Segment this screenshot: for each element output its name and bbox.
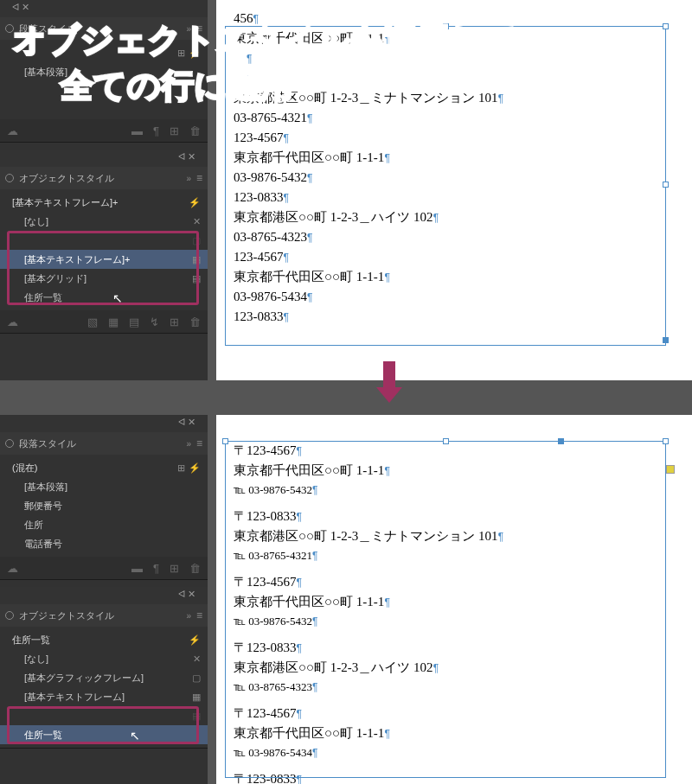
addr-line: 東京都港区○○町 1-2-3＿ハイツ 102¶	[234, 658, 675, 678]
frame-handle[interactable]	[663, 337, 669, 343]
doc-line: 東京都港区○○町 1-2-3＿ハイツ 102¶	[234, 207, 675, 227]
style-item[interactable]: [基本段落]	[0, 477, 208, 496]
addr-line: 東京都千代田区○○町 1-1-1¶	[234, 723, 675, 743]
doc-line: 東京都千代田区○○町 1-1-1¶	[234, 148, 675, 168]
panel-collapse-bar[interactable]: ᐊ ✕	[0, 150, 208, 167]
doc-line: 東京都千代田区○○町 1-1-1¶	[234, 267, 675, 287]
frame-handle[interactable]	[558, 438, 564, 444]
chevron-icon: »	[186, 611, 191, 621]
para-icon[interactable]: ¶	[153, 562, 159, 575]
frame-handle[interactable]	[663, 182, 669, 188]
frame-handle-yellow[interactable]	[666, 465, 675, 474]
zip-line: 〒123-0833¶	[234, 507, 675, 526]
new-icon[interactable]: ⊞	[170, 562, 179, 575]
i1[interactable]: ▧	[87, 316, 98, 328]
bullet-icon	[5, 174, 14, 182]
i4[interactable]: ↯	[150, 316, 159, 328]
trash-icon[interactable]: 🗑	[189, 316, 201, 328]
para-icon[interactable]: ¶	[153, 124, 159, 137]
doc-line: 123-0833¶	[234, 188, 675, 207]
frame-handle[interactable]	[663, 23, 669, 29]
object-style-panel: ᐊ ✕ オブジェクトスタイル »≡ [基本テキストフレーム]+⚡ [なし]✕ ▢…	[0, 150, 208, 334]
style-item[interactable]: 郵便番号	[0, 496, 208, 515]
menu-icon[interactable]: ≡	[196, 172, 202, 184]
current-style: (混在)⊞⚡	[0, 458, 208, 477]
panel-area-2: ᐊ ✕ 段落スタイル »≡ (混在)⊞⚡ [基本段落] 郵便番号 住所 電話番号…	[0, 415, 208, 784]
panel-title: オブジェクトスタイル	[19, 609, 114, 622]
zip-line: 〒123-0833¶	[234, 769, 675, 784]
addr-line: 東京都港区○○町 1-2-3＿ミナトマンション 101¶	[234, 526, 675, 546]
doc-line: 123-0833¶	[234, 307, 675, 327]
cursor-icon: ↖	[130, 729, 140, 743]
overlay-line2: 全ての行に適用	[61, 65, 293, 107]
new-icon[interactable]: ⊞	[170, 316, 179, 328]
zip-line: 〒123-4567¶	[234, 441, 675, 461]
doc-line: 03-8765-4321¶	[234, 108, 675, 128]
menu-icon[interactable]: ≡	[196, 437, 202, 449]
object-style-panel: ᐊ ✕ オブジェクトスタイル »≡ 住所一覧⚡ [なし]✕ [基本グラフィックフ…	[0, 587, 208, 749]
panel-collapse-bar[interactable]: ᐊ ✕	[0, 415, 208, 432]
trash-icon[interactable]: 🗑	[189, 124, 201, 137]
tel-line: ℡ 03-9876-5432¶	[234, 612, 675, 631]
style-item-hidden[interactable]: ▢	[0, 231, 208, 250]
bullet-icon	[5, 611, 14, 620]
tel-line: ℡ 03-8765-4321¶	[234, 546, 675, 565]
folder-icon[interactable]: ▬	[131, 124, 143, 137]
style-item-none[interactable]: [なし]✕	[0, 649, 208, 668]
tel-line: ℡ 03-8765-4323¶	[234, 678, 675, 697]
i3[interactable]: ▤	[129, 316, 139, 328]
panel-footer: ☁ ▬ ¶ ⊞ 🗑	[0, 119, 208, 142]
frame-handle[interactable]	[222, 438, 228, 444]
frame-handle[interactable]	[443, 438, 449, 444]
new-icon[interactable]: ⊞	[170, 124, 179, 137]
bullet-icon	[5, 439, 14, 448]
panel-title: オブジェクトスタイル	[19, 172, 114, 185]
cloud-icon[interactable]: ☁	[7, 562, 18, 575]
style-item-none[interactable]: [なし]✕	[0, 212, 208, 231]
panel-header-obj[interactable]: オブジェクトスタイル »≡	[0, 167, 208, 189]
style-item-grid[interactable]: [基本グリッド]▤	[0, 269, 208, 288]
doc-line: 03-9876-5432¶	[234, 168, 675, 188]
chevron-icon: »	[186, 439, 191, 449]
frame-handle[interactable]	[663, 438, 669, 444]
cloud-icon[interactable]: ☁	[7, 316, 18, 328]
menu-icon[interactable]: ≡	[196, 609, 202, 621]
document-after: 〒123-4567¶東京都千代田区○○町 1-1-1¶℡ 03-9876-543…	[216, 415, 692, 784]
panel-footer: ☁ ▬ ¶ ⊞ 🗑	[0, 557, 208, 579]
style-item-gframe[interactable]: [基本グラフィックフレーム]▢	[0, 668, 208, 687]
zip-line: 〒123-0833¶	[234, 638, 675, 658]
current-object-style: 住所一覧⚡	[0, 630, 208, 649]
zip-line: 〒123-4567¶	[234, 572, 675, 592]
panel-header-obj[interactable]: オブジェクトスタイル »≡	[0, 604, 208, 627]
i2[interactable]: ▦	[108, 316, 119, 328]
addr-line: 東京都千代田区○○町 1-1-1¶	[234, 461, 675, 481]
style-item-textframe[interactable]: [基本テキストフレーム]+▦	[0, 250, 208, 269]
paragraph-style-panel: ᐊ ✕ 段落スタイル »≡ (混在)⊞⚡ [基本段落] 郵便番号 住所 電話番号…	[0, 415, 208, 580]
style-item-tframe[interactable]: [基本テキストフレーム]▦	[0, 687, 208, 706]
panel-footer: ☁ ▧ ▦ ▤ ↯ ⊞ 🗑	[0, 310, 208, 333]
doc-line: 03-9876-5434¶	[234, 287, 675, 307]
arrow-down-icon	[376, 361, 402, 405]
zip-line: 〒123-4567¶	[234, 704, 675, 723]
style-item-address[interactable]: 住所一覧	[0, 288, 208, 307]
tel-line: ℡ 03-9876-5434¶	[234, 743, 675, 762]
panel-title: 段落スタイル	[19, 437, 76, 450]
overlay-line1: オブジェクトスタイルを適用して	[13, 19, 517, 61]
style-item-address[interactable]: 住所一覧	[0, 725, 208, 744]
current-object-style: [基本テキストフレーム]+⚡	[0, 193, 208, 212]
doc-line: 123-4567¶	[234, 247, 675, 267]
style-item-hidden[interactable]: ▤	[0, 706, 208, 725]
style-item[interactable]: 住所	[0, 515, 208, 534]
doc-line: 03-8765-4323¶	[234, 227, 675, 247]
doc-line: ¶	[234, 68, 675, 88]
style-item[interactable]: 電話番号	[0, 534, 208, 553]
panel-collapse-bar[interactable]: ᐊ ✕	[0, 0, 208, 17]
folder-icon[interactable]: ▬	[131, 562, 143, 575]
panel-collapse-bar[interactable]: ᐊ ✕	[0, 587, 208, 604]
panel-header-para[interactable]: 段落スタイル »≡	[0, 432, 208, 455]
cloud-icon[interactable]: ☁	[7, 124, 18, 137]
trash-icon[interactable]: 🗑	[189, 562, 201, 575]
cursor-icon: ↖	[112, 291, 123, 305]
tel-line: ℡ 03-9876-5432¶	[234, 481, 675, 500]
doc-line: 123-4567¶	[234, 128, 675, 148]
